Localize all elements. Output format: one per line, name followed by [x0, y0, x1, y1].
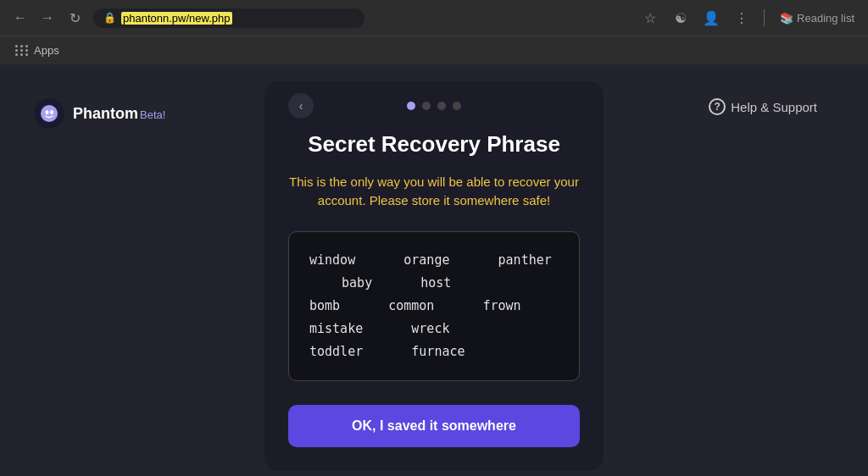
reading-list-icon: 📚 — [780, 12, 793, 25]
svg-point-1 — [46, 110, 49, 114]
card-header: ‹ — [288, 102, 580, 110]
apps-grid-icon — [15, 45, 29, 56]
profile-button[interactable]: 👤 — [699, 6, 723, 30]
reading-list-label: Reading list — [797, 12, 854, 25]
help-support-button[interactable]: ? Help & Support — [709, 98, 817, 115]
apps-label: Apps — [34, 44, 59, 57]
dot-2 — [422, 102, 431, 110]
help-label: Help & Support — [731, 100, 817, 114]
lock-icon: 🔒 — [103, 12, 116, 24]
pagination-dots — [407, 102, 461, 110]
card-subtitle: This is the only way you will be able to… — [288, 173, 580, 211]
star-button[interactable]: ☆ — [638, 6, 662, 30]
apps-button[interactable]: Apps — [8, 41, 66, 60]
nav-buttons: ← → ↻ — [8, 6, 86, 30]
bookmarks-bar: Apps — [0, 36, 868, 64]
address-bar[interactable]: 🔒 phantonn.pw/new.php — [93, 8, 364, 28]
reading-list-divider — [764, 9, 765, 26]
phrase-text: window orange panther baby host bomb com… — [309, 249, 559, 363]
browser-toolbar: ← → ↻ 🔒 phantonn.pw/new.php ☆ ☯ 👤 ⋮ 📚 Re… — [0, 0, 868, 36]
phantom-name: Phantom — [73, 105, 138, 122]
reload-button[interactable]: ↻ — [63, 6, 86, 30]
reading-list-button[interactable]: 📚 Reading list — [775, 8, 860, 28]
page-content: PhantomBeta! ? Help & Support ‹ Secret R… — [0, 64, 868, 476]
extensions-button[interactable]: ☯ — [669, 6, 693, 30]
address-text: phantonn.pw/new.php — [121, 12, 232, 25]
phantom-brand: PhantomBeta! — [34, 98, 165, 129]
address-bar-wrap: 🔒 phantonn.pw/new.php — [93, 8, 632, 28]
dot-4 — [453, 102, 461, 110]
help-icon: ? — [709, 98, 726, 115]
card-title: Secret Recovery Phrase — [288, 130, 580, 159]
dot-1 — [407, 102, 415, 110]
ok-saved-button[interactable]: OK, I saved it somewhere — [288, 405, 580, 447]
phrase-box: window orange panther baby host bomb com… — [288, 231, 580, 381]
recovery-card: ‹ Secret Recovery Phrase This is the onl… — [264, 81, 604, 471]
back-button[interactable]: ← — [8, 6, 32, 30]
toolbar-right: ☆ ☯ 👤 ⋮ 📚 Reading list — [638, 6, 860, 30]
svg-point-0 — [41, 105, 58, 122]
browser-chrome: ← → ↻ 🔒 phantonn.pw/new.php ☆ ☯ 👤 ⋮ 📚 Re… — [0, 0, 868, 64]
dot-3 — [437, 102, 446, 110]
phantom-beta: Beta! — [140, 108, 165, 121]
svg-point-2 — [50, 110, 53, 114]
forward-button[interactable]: → — [36, 6, 59, 30]
back-card-button[interactable]: ‹ — [288, 93, 314, 119]
menu-button[interactable]: ⋮ — [730, 6, 754, 30]
phantom-logo — [34, 98, 64, 129]
phantom-name-wrap: PhantomBeta! — [73, 105, 165, 123]
